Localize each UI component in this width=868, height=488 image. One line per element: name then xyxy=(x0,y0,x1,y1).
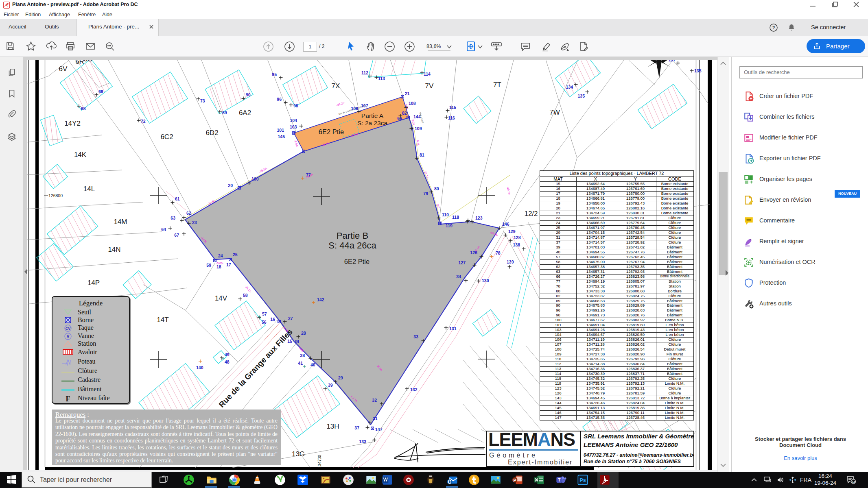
svg-text:129: 129 xyxy=(508,229,516,234)
svg-text:13G: 13G xyxy=(292,450,305,458)
svg-text:119: 119 xyxy=(446,223,453,228)
svg-text:39: 39 xyxy=(328,383,333,388)
svg-text:21: 21 xyxy=(405,91,410,96)
svg-text:38: 38 xyxy=(300,353,305,358)
svg-text:7V: 7V xyxy=(425,82,434,90)
svg-text:64: 64 xyxy=(161,227,166,232)
svg-text:29: 29 xyxy=(338,375,343,380)
svg-text:77: 77 xyxy=(306,172,311,177)
svg-text:56: 56 xyxy=(262,320,267,325)
svg-text:106: 106 xyxy=(351,106,358,111)
svg-text:144: 144 xyxy=(413,114,421,119)
svg-text:112: 112 xyxy=(361,70,368,75)
svg-text:140: 140 xyxy=(196,365,203,370)
svg-text:142: 142 xyxy=(317,297,324,302)
svg-text:128: 128 xyxy=(514,235,521,240)
svg-text:89: 89 xyxy=(222,110,227,115)
svg-text:132: 132 xyxy=(410,387,418,392)
svg-text:115: 115 xyxy=(449,105,456,110)
svg-text:69: 69 xyxy=(98,89,103,94)
svg-text:116: 116 xyxy=(448,115,455,120)
svg-text:28: 28 xyxy=(301,331,306,336)
svg-text:68: 68 xyxy=(81,106,86,111)
svg-text:107: 107 xyxy=(361,103,368,108)
svg-text:101: 101 xyxy=(277,128,284,133)
svg-text:96: 96 xyxy=(277,97,282,102)
svg-text:108: 108 xyxy=(409,101,416,106)
svg-text:73: 73 xyxy=(200,98,205,103)
svg-text:80: 80 xyxy=(434,186,439,191)
svg-text:17: 17 xyxy=(226,262,231,267)
svg-text:62: 62 xyxy=(186,211,191,216)
svg-text:49: 49 xyxy=(225,352,230,357)
svg-text:118: 118 xyxy=(452,215,459,220)
svg-text:18: 18 xyxy=(216,264,221,269)
svg-text:58: 58 xyxy=(243,293,248,298)
svg-text:59: 59 xyxy=(206,263,211,268)
svg-text:81: 81 xyxy=(420,152,424,157)
svg-text:6A2: 6A2 xyxy=(239,109,251,117)
svg-text:90: 90 xyxy=(246,92,251,97)
svg-text:32: 32 xyxy=(372,398,377,403)
svg-text:135: 135 xyxy=(577,94,585,98)
svg-text:14P: 14P xyxy=(87,279,100,287)
svg-text:6C2: 6C2 xyxy=(160,133,173,141)
svg-text:114: 114 xyxy=(424,72,431,76)
svg-text:16: 16 xyxy=(270,317,275,322)
svg-text:109: 109 xyxy=(415,126,422,131)
svg-text:P: P xyxy=(513,478,516,483)
svg-text:23: 23 xyxy=(192,220,197,225)
svg-text:25: 25 xyxy=(233,252,238,257)
svg-text:98: 98 xyxy=(293,103,298,108)
svg-text:37: 37 xyxy=(354,425,359,430)
svg-text:Partie B: Partie B xyxy=(337,231,368,241)
svg-text:126800: 126800 xyxy=(48,193,63,198)
svg-text:Ps: Ps xyxy=(579,477,586,483)
svg-text:40: 40 xyxy=(310,362,315,367)
svg-text:146: 146 xyxy=(502,222,509,227)
svg-text:131: 131 xyxy=(449,326,457,331)
svg-text:S: 44a 26ca: S: 44a 26ca xyxy=(328,240,376,251)
svg-text:134: 134 xyxy=(566,85,573,89)
svg-text:113: 113 xyxy=(378,76,385,81)
svg-text:6E2 Ptie: 6E2 Ptie xyxy=(344,258,370,265)
svg-text:CV: CV xyxy=(66,327,71,331)
svg-text:82: 82 xyxy=(402,111,407,115)
svg-text:134700: 134700 xyxy=(317,455,322,468)
svg-text:67: 67 xyxy=(174,233,179,237)
svg-text:15: 15 xyxy=(287,339,292,344)
svg-text:6V: 6V xyxy=(59,65,68,73)
svg-text:48: 48 xyxy=(225,359,230,364)
svg-text:13H: 13H xyxy=(326,423,339,430)
svg-text:123: 123 xyxy=(475,216,483,220)
svg-text:147: 147 xyxy=(375,427,383,432)
svg-text:104: 104 xyxy=(290,118,297,123)
svg-text:T: T xyxy=(558,477,561,482)
svg-text:139: 139 xyxy=(507,259,514,264)
svg-text:6E2 Ptie: 6E2 Ptie xyxy=(319,128,344,135)
svg-text:61: 61 xyxy=(175,196,180,201)
svg-text:95: 95 xyxy=(272,72,277,77)
svg-text:130: 130 xyxy=(482,278,489,283)
svg-text:27: 27 xyxy=(288,316,293,321)
svg-text:14V: 14V xyxy=(215,294,227,302)
svg-text:34: 34 xyxy=(456,274,461,279)
svg-text:7W: 7W xyxy=(549,109,560,116)
svg-text:133: 133 xyxy=(359,439,366,444)
svg-text:100: 100 xyxy=(251,176,259,181)
svg-text:72: 72 xyxy=(141,119,146,124)
svg-text:Partie A: Partie A xyxy=(361,112,384,119)
svg-text:57: 57 xyxy=(262,312,267,316)
svg-text:33: 33 xyxy=(413,334,418,339)
svg-text:110: 110 xyxy=(442,212,449,217)
svg-text:7X: 7X xyxy=(332,82,340,90)
svg-text:?: ? xyxy=(772,25,775,30)
svg-text:14Y2: 14Y2 xyxy=(64,120,81,127)
svg-text:6D2: 6D2 xyxy=(206,129,218,137)
svg-text:14N: 14N xyxy=(108,246,120,253)
svg-text:14K: 14K xyxy=(74,151,87,159)
svg-text:41: 41 xyxy=(298,361,303,366)
svg-text:20: 20 xyxy=(228,183,233,188)
svg-text:78: 78 xyxy=(496,251,501,255)
svg-text:127: 127 xyxy=(458,260,466,265)
